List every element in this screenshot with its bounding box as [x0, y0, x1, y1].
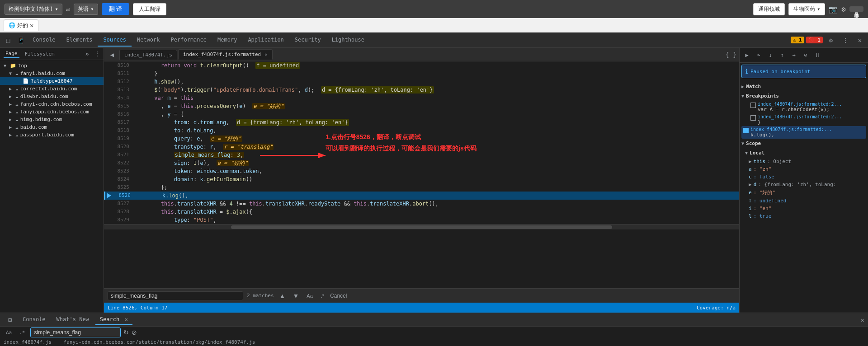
page-tab-tree[interactable]: Page	[4, 50, 19, 58]
resume-icon[interactable]: ▶	[741, 50, 752, 61]
bottom-case-btn[interactable]: Aa	[4, 328, 14, 337]
search-input-field[interactable]	[111, 293, 240, 299]
watch-section-header[interactable]: ▶ Watch	[741, 82, 866, 91]
search-refresh-icon[interactable]: ↻	[123, 329, 129, 336]
tree-menu-icon[interactable]: ⋮	[94, 51, 100, 57]
line-content-8514: var m = this	[133, 94, 739, 102]
tree-item-baidu[interactable]: ▶ ☁ baidu.com	[0, 123, 104, 131]
code-line-8519: 8519 query: e, e = "好的"	[104, 135, 739, 143]
scope-f: f : undefined	[741, 197, 866, 205]
file-tab-formatted[interactable]: index_f48074f.js:formatted ✕	[178, 49, 273, 60]
bio-domain-button[interactable]: 生物医药 ▾	[788, 3, 825, 15]
browser-top-bar: 检测到中文(简体) ▾ ⇌ 英语 ▾ 翻 译 人工翻译 通用领域 生物医药 ▾ …	[0, 0, 868, 18]
scope-expand-d[interactable]: ▶	[749, 182, 752, 187]
bp-checkbox-1[interactable]	[750, 103, 756, 108]
local-label: Local	[750, 150, 764, 156]
horizontal-scrollbar[interactable]	[104, 224, 739, 229]
regex-btn[interactable]: .*	[319, 292, 326, 300]
close-file-tab-icon[interactable]: ✕	[264, 51, 268, 57]
tab-sources[interactable]: Sources	[98, 34, 132, 47]
pause-exceptions-icon[interactable]: ⏸	[812, 50, 823, 61]
inspect-icon[interactable]: ⬚	[2, 34, 14, 47]
feedback-button[interactable]: 意见 反馈	[849, 6, 863, 11]
step-into-icon[interactable]: ↓	[765, 50, 776, 61]
format-icon[interactable]: { }	[725, 48, 737, 61]
code-line-8516: 8516 , y = {	[104, 110, 739, 118]
tab-elements[interactable]: Elements	[61, 34, 98, 47]
deactivate-bp-icon[interactable]: ⊘	[800, 50, 811, 61]
cloud5-icon: ☁	[15, 109, 19, 115]
tab-performance[interactable]: Performance	[165, 34, 212, 47]
tree-item-himg[interactable]: ▶ ☁ himg.bdimg.com	[0, 116, 104, 123]
warning-badge: ⚠ 1	[791, 37, 804, 43]
file-tab-unformatted[interactable]: index_f48074f.js	[119, 50, 177, 60]
bottom-regex-btn[interactable]: .*	[17, 328, 27, 337]
line-content-8525: };	[133, 183, 739, 192]
close-all-icon[interactable]: ✕	[861, 316, 864, 323]
screenshot-icon[interactable]: 📷	[829, 5, 838, 14]
scope-expand-this[interactable]: ▶	[749, 159, 752, 164]
settings-devtools-icon[interactable]: ⚙	[825, 34, 837, 47]
bottom-tab-search[interactable]: Search ✕	[95, 314, 132, 325]
translate-detect-btn[interactable]: 检测到中文(简体) ▾	[5, 4, 62, 15]
search-next-btn[interactable]: ▼	[291, 291, 301, 300]
bottom-search-input[interactable]	[30, 327, 121, 337]
bottom-tab-search-label: Search	[100, 316, 119, 323]
close-tab-icon[interactable]: ✕	[30, 22, 33, 29]
tree-item-dlswbr[interactable]: ▶ ☁ dlswbr.baidu.com	[0, 93, 104, 100]
tree-item-fanyiapp[interactable]: ▶ ☁ fanyiapp.cdn.bcebos.com	[0, 108, 104, 116]
close-devtools-icon[interactable]: ✕	[854, 34, 866, 47]
step-over-icon[interactable]: ↷	[753, 50, 764, 61]
tree-label-fanyiapp: fanyiapp.cdn.bcebos.com	[20, 109, 89, 115]
bottom-tab-whatsnew[interactable]: What's New	[52, 314, 94, 325]
step-out-icon[interactable]: ↑	[777, 50, 788, 61]
tab-network[interactable]: Network	[132, 34, 165, 47]
tree-item-correctxt[interactable]: ▶ ☁ correctxt.baidu.com	[0, 85, 104, 93]
cloud7-icon: ☁	[15, 124, 19, 130]
cloud6-icon: ☁	[15, 117, 19, 122]
more-options-icon[interactable]: ⋮	[839, 34, 852, 47]
right-panel-toolbar: ▶ ↷ ↓ ↑ → ⊘ ⏸	[740, 48, 868, 63]
search-cancel-btn[interactable]: Cancel	[330, 293, 347, 299]
swap-lang-icon[interactable]: ⇌	[66, 5, 71, 14]
back-file-icon[interactable]: ◀	[106, 48, 118, 61]
tree-item-aldtype[interactable]: ▶ 📄 ?aldtype=16047	[0, 77, 104, 85]
tab-lighthouse[interactable]: Lighthouse	[326, 34, 370, 47]
filesystem-tab-tree[interactable]: Filesystem	[23, 50, 57, 58]
line-num-8515: 8515	[111, 102, 133, 110]
manual-translate-button[interactable]: 人工翻译	[133, 3, 166, 15]
bottom-panel-icon[interactable]: ⊞	[4, 313, 16, 326]
translate-button[interactable]: 翻 译	[102, 3, 130, 15]
search-prev-btn[interactable]: ▲	[278, 291, 288, 300]
target-lang-btn[interactable]: 英语 ▾	[74, 4, 98, 15]
tree-more-icon[interactable]: »	[85, 50, 89, 57]
local-scope-header[interactable]: ▼ Local	[741, 148, 866, 158]
settings-icon[interactable]: ⚙	[841, 5, 846, 14]
close-search-tab-icon[interactable]: ✕	[124, 316, 127, 323]
tab-security[interactable]: Security	[289, 34, 326, 47]
search-result-1: index_f48074f.js fanyi-cdn.cdn.bcebos.co…	[0, 338, 868, 346]
step-icon[interactable]: →	[788, 50, 799, 61]
tree-item-top[interactable]: ▼ 📁 top	[0, 62, 104, 70]
line-num-8516: 8516	[111, 110, 133, 118]
bottom-tab-console[interactable]: Console	[18, 314, 50, 325]
breakpoints-section-header[interactable]: ▼ Breakpoints	[741, 91, 866, 101]
scope-section-header[interactable]: ▼ Scope	[741, 139, 866, 148]
device-icon[interactable]: 📱	[14, 34, 27, 47]
tree-item-passport[interactable]: ▶ ☁ passport.baidu.com	[0, 131, 104, 139]
scope-val-c: : false	[754, 174, 774, 180]
match-case-btn[interactable]: Aa	[304, 292, 315, 300]
tree-item-fanyi[interactable]: ▼ ☁ fanyi.baidu.com	[0, 70, 104, 77]
expand-arrow7-icon: ▶	[9, 117, 14, 122]
tree-item-fanyi-cdn[interactable]: ▶ ☁ fanyi-cdn.cdn.bcebos.com	[0, 100, 104, 108]
code-editor[interactable]: 8510 return void f.clearOutput() f = und…	[104, 61, 739, 288]
status-bar: Line 8526, Column 17 Coverage: n/a	[104, 303, 739, 313]
tab-console[interactable]: Console	[27, 34, 61, 47]
tab-memory[interactable]: Memory	[212, 34, 242, 47]
domain-button[interactable]: 通用领域	[753, 3, 785, 15]
browser-page-tab[interactable]: 🌐 好的 ✕	[4, 19, 38, 31]
bp-checkbox-2[interactable]	[750, 115, 756, 121]
bp-checkbox-3[interactable]	[743, 128, 749, 133]
tab-application[interactable]: Application	[242, 34, 289, 47]
search-clear-icon[interactable]: ⊘	[132, 329, 137, 336]
